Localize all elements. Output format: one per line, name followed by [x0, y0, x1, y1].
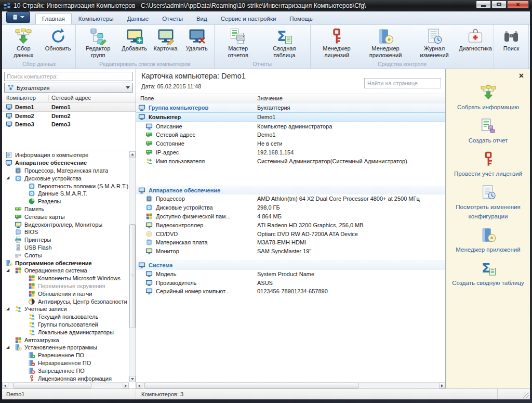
ribbon-button[interactable]: Удалить [182, 27, 212, 53]
tree-item[interactable]: Аппаратное обеспечение [2, 159, 129, 167]
card-row[interactable]: Производитель ASUS [136, 279, 445, 288]
card-row[interactable] [136, 256, 445, 261]
tree-item[interactable]: Информация о компьютере [2, 151, 129, 159]
ribbon-button[interactable]: Журнал изменений [410, 27, 458, 60]
sidebar-action[interactable]: Посмотреть изменения конфигурации [449, 185, 527, 220]
scroll-down-arrow[interactable] [129, 376, 136, 382]
tree-horizontal-scrollbar[interactable] [2, 382, 129, 388]
resize-grip[interactable] [523, 393, 529, 398]
tree-item[interactable]: Группы пользователей [2, 321, 129, 329]
ribbon-button[interactable]: Добавить [119, 27, 150, 53]
card-horizontal-scrollbar[interactable] [136, 382, 445, 388]
card-row[interactable]: Сетевой адрес Demo1 [136, 131, 445, 139]
column-header-address[interactable]: Сетевой адрес [51, 95, 91, 101]
tree-item[interactable]: Антивирусы, Центр безопасности [2, 297, 129, 305]
tree-item[interactable]: Локальные администраторы [2, 328, 129, 336]
card-row[interactable]: Серийный номер компьют... 0123456-789012… [136, 287, 445, 296]
tree-item[interactable]: Слоты [2, 251, 129, 259]
ribbon-button[interactable]: Редактор групп [78, 27, 118, 60]
column-header-field[interactable]: Поле [140, 95, 154, 101]
ribbon-button[interactable]: Поиск [496, 27, 526, 53]
card-row[interactable]: Процессор AMD Athlon(tm) 64 X2 Dual Core… [136, 194, 445, 203]
tree-item[interactable]: Разрешенное ПО [2, 352, 129, 359]
tree-item[interactable]: Неразрешенное ПО [2, 359, 129, 367]
app-menu-button[interactable] [6, 11, 30, 23]
tree-item[interactable]: Память [2, 205, 129, 213]
tree-item[interactable]: Лицензионная информация [2, 374, 129, 382]
expand-triangle-icon[interactable] [6, 345, 9, 349]
card-row[interactable]: Описание Компьютер администратора [136, 122, 445, 131]
expand-triangle-icon[interactable] [6, 176, 9, 180]
menu-tab[interactable]: Помощь [283, 13, 319, 24]
card-row[interactable]: CD/DVD Optiarc DVD RW AD-7200A ATA Devic… [136, 230, 445, 239]
column-header-value[interactable]: Значение [257, 95, 283, 101]
ribbon-button[interactable]: Мастер отчетов [217, 27, 260, 60]
computer-search-input[interactable] [4, 72, 133, 81]
tree-item[interactable]: Текущий пользователь [2, 313, 129, 321]
sidebar-close-icon[interactable]: × [519, 72, 524, 80]
tree-item[interactable]: Вероятность поломки (S.M.A.R.T.) [2, 182, 129, 190]
tree-vertical-scrollbar[interactable] [129, 151, 136, 382]
scrollbar-thumb[interactable] [14, 383, 91, 388]
scroll-up-arrow[interactable] [129, 151, 136, 158]
card-row[interactable]: Дисковые устройства 298,0 ГБ [136, 203, 445, 212]
ribbon-button[interactable]: Сбор данных [5, 27, 42, 60]
computer-row[interactable]: Demo1 Demo1 [2, 102, 136, 112]
card-row[interactable]: Имя пользователя Системный Администратор… [136, 157, 445, 166]
card-row[interactable]: Состояние Не в сети [136, 139, 445, 148]
ribbon-button[interactable]: Карточка [151, 27, 181, 53]
scroll-right-arrow[interactable] [123, 383, 129, 388]
tree-item[interactable]: Программное обеспечение [2, 259, 129, 267]
find-on-page-input[interactable] [364, 78, 441, 88]
ribbon-button[interactable]: Менеджер лицензий [313, 27, 361, 60]
expand-triangle-icon[interactable] [6, 268, 9, 272]
expand-triangle-icon[interactable] [6, 307, 9, 311]
sidebar-action[interactable]: Провести учёт лицензий [449, 151, 527, 178]
menu-tab[interactable]: Данные [121, 13, 156, 24]
tree-item[interactable]: Обновления и патчи [2, 290, 129, 297]
sidebar-action[interactable]: Σ Создать сводную таблицу [449, 261, 527, 287]
tree-item[interactable]: Разделы [2, 198, 129, 205]
tree-item[interactable]: USB Flash [2, 244, 129, 252]
tree-item[interactable]: Установленные программы [2, 344, 129, 352]
column-header-computer[interactable]: Компьютер [6, 95, 36, 101]
scroll-right-arrow[interactable] [439, 383, 445, 388]
scrollbar-thumb[interactable] [129, 224, 136, 328]
sidebar-action[interactable]: Менеджер приложений [449, 227, 527, 254]
card-row[interactable]: Система [136, 261, 445, 270]
tree-item[interactable]: Запрещенное ПО [2, 367, 129, 374]
menu-tab[interactable]: Вид [190, 13, 214, 24]
tree-item[interactable]: Компоненты Microsoft Windows [2, 275, 129, 282]
tree-item[interactable]: Дисковые устройства [2, 174, 129, 182]
card-row[interactable]: Модель System Product Name [136, 270, 445, 279]
menu-tab[interactable]: Сервис и настройки [214, 13, 283, 24]
card-row[interactable] [136, 166, 445, 186]
computer-row[interactable]: Demo3 Demo3 [2, 120, 136, 128]
menu-tab[interactable]: Компьютеры [72, 13, 121, 24]
tree-item[interactable]: Принтеры [2, 236, 129, 244]
tree-item[interactable]: Автозагрузка [2, 336, 129, 344]
card-row[interactable]: Видеоконтроллер ATI Radeon HD 3200 Graph… [136, 221, 445, 230]
tree-item[interactable]: Видеоконтроллер, Мониторы [2, 220, 129, 228]
scroll-left-arrow[interactable] [2, 383, 8, 388]
card-row[interactable]: IP-адрес 192.168.1.154 [136, 148, 445, 157]
card-row[interactable]: Группа компьютеров Бухгалтерия [136, 103, 445, 112]
scrollbar-thumb[interactable] [144, 383, 358, 388]
scroll-left-arrow[interactable] [136, 383, 142, 388]
ribbon-button[interactable]: Менеджер приложений [362, 27, 409, 60]
ribbon-button[interactable]: Обновить [43, 27, 73, 53]
sidebar-action[interactable]: Собрать информацию [449, 85, 527, 111]
card-row[interactable]: Материнская плата M3A78-EMH HDMI [136, 238, 445, 247]
card-row[interactable]: Доступно физической пам... 4 864 МБ [136, 212, 445, 221]
sidebar-action[interactable]: Создать отчет [449, 118, 527, 145]
ribbon-button[interactable]: Σ Сводная таблица [261, 27, 308, 60]
tree-item[interactable]: Учетные записи [2, 305, 129, 313]
card-row[interactable]: Компьютер Demo1 [136, 112, 445, 122]
minimize-button[interactable] [476, 1, 491, 8]
close-button[interactable]: × [507, 1, 529, 8]
card-row[interactable]: Монитор SAM SyncMaster 19'' [136, 247, 445, 256]
maximize-button[interactable] [491, 1, 507, 8]
group-selector[interactable]: Бухгалтерия [4, 83, 133, 93]
tree-item[interactable]: Переменнные окружения [2, 282, 129, 290]
menu-tab[interactable]: Отчеты [155, 13, 190, 24]
